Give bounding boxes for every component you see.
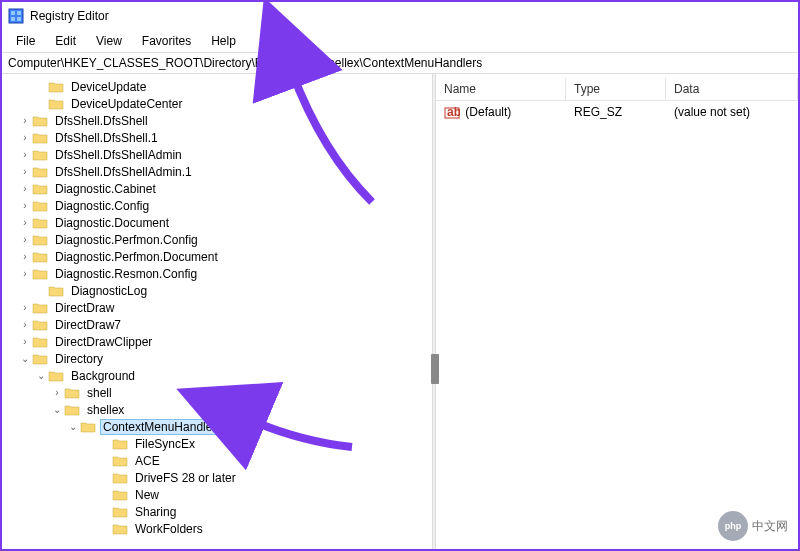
tree-item-label: DirectDraw (52, 300, 117, 316)
chevron-right-icon[interactable] (18, 166, 32, 177)
value-type: REG_SZ (566, 103, 666, 122)
tree-item[interactable]: Diagnostic.Config (2, 197, 432, 214)
splitter-grip[interactable] (431, 354, 439, 384)
tree-item[interactable]: ContextMenuHandlers (2, 418, 432, 435)
details-header: Name Type Data (436, 78, 798, 101)
tree-item[interactable]: Sharing (2, 503, 432, 520)
tree-item-label: DirectDrawClipper (52, 334, 155, 350)
chevron-down-icon[interactable] (50, 404, 64, 415)
tree-item[interactable]: Diagnostic.Resmon.Config (2, 265, 432, 282)
chevron-down-icon[interactable] (66, 421, 80, 432)
tree-item-label: ACE (132, 453, 163, 469)
col-name[interactable]: Name (436, 78, 566, 100)
tree-item[interactable]: Diagnostic.Perfmon.Config (2, 231, 432, 248)
folder-icon (32, 233, 48, 247)
tree-item-label: DeviceUpdateCenter (68, 96, 185, 112)
tree-item[interactable]: Directory (2, 350, 432, 367)
folder-icon (112, 488, 128, 502)
folder-icon (48, 80, 64, 94)
tree-item-label: DeviceUpdate (68, 79, 149, 95)
chevron-right-icon[interactable] (18, 268, 32, 279)
menu-view[interactable]: View (86, 32, 132, 50)
tree-item[interactable]: DriveFS 28 or later (2, 469, 432, 486)
content-area: DeviceUpdateDeviceUpdateCenterDfsShell.D… (2, 74, 798, 549)
tree-item[interactable]: DiagnosticLog (2, 282, 432, 299)
tree-item[interactable]: DirectDraw (2, 299, 432, 316)
folder-icon (32, 216, 48, 230)
chevron-right-icon[interactable] (18, 149, 32, 160)
svg-text:ab: ab (447, 106, 460, 119)
watermark: php 中文网 (718, 511, 788, 541)
tree-item-label: DfsShell.DfsShell.1 (52, 130, 161, 146)
value-row[interactable]: ab (Default) REG_SZ (value not set) (436, 101, 798, 124)
chevron-right-icon[interactable] (18, 132, 32, 143)
col-type[interactable]: Type (566, 78, 666, 100)
folder-icon (32, 165, 48, 179)
tree-pane[interactable]: DeviceUpdateDeviceUpdateCenterDfsShell.D… (2, 74, 432, 549)
regedit-icon (8, 8, 24, 24)
address-bar[interactable]: Computer\HKEY_CLASSES_ROOT\Directory\Bac… (2, 52, 798, 74)
tree-item[interactable]: Diagnostic.Document (2, 214, 432, 231)
folder-icon (32, 318, 48, 332)
tree-item[interactable]: DfsShell.DfsShell.1 (2, 129, 432, 146)
tree-item-label: New (132, 487, 162, 503)
tree-item[interactable]: WorkFolders (2, 520, 432, 537)
tree-item[interactable]: DfsShell.DfsShell (2, 112, 432, 129)
tree-item-label: FileSyncEx (132, 436, 198, 452)
chevron-right-icon[interactable] (18, 336, 32, 347)
tree-item-label: Sharing (132, 504, 179, 520)
tree-item[interactable]: shell (2, 384, 432, 401)
tree-item[interactable]: New (2, 486, 432, 503)
tree-item-label: Diagnostic.Perfmon.Config (52, 232, 201, 248)
chevron-right-icon[interactable] (18, 217, 32, 228)
folder-icon (32, 148, 48, 162)
tree-item-label: Diagnostic.Cabinet (52, 181, 159, 197)
tree-item[interactable]: DirectDrawClipper (2, 333, 432, 350)
chevron-down-icon[interactable] (18, 353, 32, 364)
folder-icon (112, 454, 128, 468)
menu-favorites[interactable]: Favorites (132, 32, 201, 50)
tree-item[interactable]: DfsShell.DfsShellAdmin (2, 146, 432, 163)
menu-edit[interactable]: Edit (45, 32, 86, 50)
tree-item[interactable]: Background (2, 367, 432, 384)
tree-item-label: DfsShell.DfsShellAdmin (52, 147, 185, 163)
tree-item[interactable]: DfsShell.DfsShellAdmin.1 (2, 163, 432, 180)
tree-item[interactable]: Diagnostic.Cabinet (2, 180, 432, 197)
svg-rect-1 (11, 11, 15, 15)
folder-icon (32, 182, 48, 196)
string-value-icon: ab (444, 106, 460, 120)
tree-item[interactable]: DeviceUpdate (2, 78, 432, 95)
tree-item[interactable]: shellex (2, 401, 432, 418)
folder-icon (80, 420, 96, 434)
tree-item-label: Diagnostic.Document (52, 215, 172, 231)
tree-item[interactable]: DirectDraw7 (2, 316, 432, 333)
tree-item-label: DfsShell.DfsShell (52, 113, 151, 129)
tree-item-label: Diagnostic.Perfmon.Document (52, 249, 221, 265)
chevron-right-icon[interactable] (50, 387, 64, 398)
watermark-text: 中文网 (752, 518, 788, 535)
chevron-right-icon[interactable] (18, 200, 32, 211)
tree-item-label: Diagnostic.Config (52, 198, 152, 214)
tree-item[interactable]: DeviceUpdateCenter (2, 95, 432, 112)
menu-help[interactable]: Help (201, 32, 246, 50)
tree-item-label: DiagnosticLog (68, 283, 150, 299)
chevron-right-icon[interactable] (18, 319, 32, 330)
tree-item-label: DfsShell.DfsShellAdmin.1 (52, 164, 195, 180)
splitter[interactable] (432, 74, 436, 549)
chevron-right-icon[interactable] (18, 302, 32, 313)
folder-icon (112, 522, 128, 536)
chevron-right-icon[interactable] (18, 234, 32, 245)
tree-item[interactable]: FileSyncEx (2, 435, 432, 452)
col-data[interactable]: Data (666, 78, 798, 100)
tree-item[interactable]: ACE (2, 452, 432, 469)
title-bar: Registry Editor (2, 2, 798, 30)
chevron-down-icon[interactable] (34, 370, 48, 381)
folder-icon (32, 267, 48, 281)
tree-item[interactable]: Diagnostic.Perfmon.Document (2, 248, 432, 265)
window-title: Registry Editor (30, 9, 109, 23)
menu-file[interactable]: File (6, 32, 45, 50)
chevron-right-icon[interactable] (18, 183, 32, 194)
folder-icon (48, 284, 64, 298)
chevron-right-icon[interactable] (18, 251, 32, 262)
chevron-right-icon[interactable] (18, 115, 32, 126)
